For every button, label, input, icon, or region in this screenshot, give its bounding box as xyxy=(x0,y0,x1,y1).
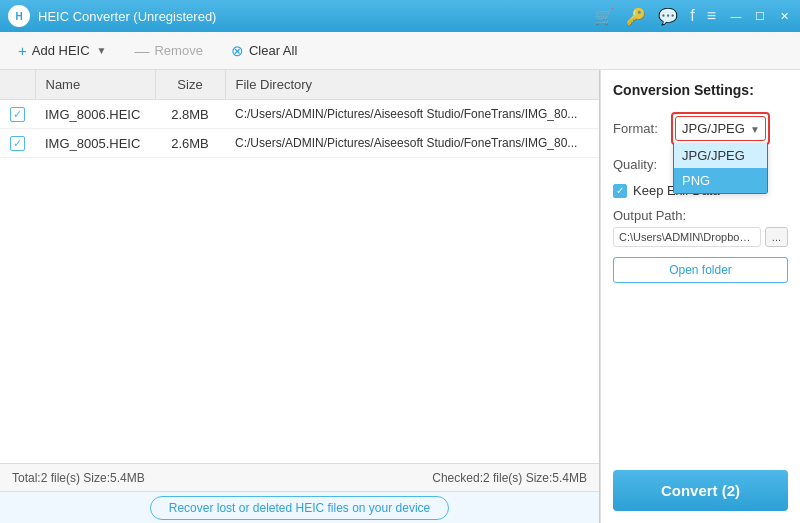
table-header-row: Name Size File Directory xyxy=(0,70,599,100)
row2-check-cell[interactable]: ✓ xyxy=(0,129,35,158)
row1-size: 2.8MB xyxy=(155,100,225,129)
window-controls: 🛒 🔑 💬 f ≡ — ☐ ✕ xyxy=(590,5,792,28)
table-header-directory: File Directory xyxy=(225,70,599,100)
maximize-button[interactable]: ☐ xyxy=(752,8,768,24)
row1-checkbox[interactable]: ✓ xyxy=(10,107,25,122)
spacer xyxy=(613,293,788,460)
browse-button[interactable]: ... xyxy=(765,227,788,247)
row1-name: IMG_8006.HEIC xyxy=(35,100,155,129)
output-path-row: C:\Users\ADMIN\Dropbox\PC\ ... xyxy=(613,227,788,247)
logo-text: H xyxy=(15,11,22,22)
format-row: Format: JPG/JPEG PNG ▼ JPG/JPEG PNG xyxy=(613,112,788,145)
add-heic-label: Add HEIC xyxy=(32,43,90,58)
row1-path: C:/Users/ADMIN/Pictures/Aiseesoft Studio… xyxy=(225,100,599,129)
file-panel: Name Size File Directory ✓ IMG_8006.HEIC… xyxy=(0,70,600,523)
clear-all-label: Clear All xyxy=(249,43,297,58)
chat-icon[interactable]: 💬 xyxy=(654,5,682,28)
format-label: Format: xyxy=(613,121,665,136)
output-path-label: Output Path: xyxy=(613,208,788,223)
title-bar: H HEIC Converter (Unregistered) 🛒 🔑 💬 f … xyxy=(0,0,800,32)
app-logo: H xyxy=(8,5,30,27)
open-folder-button[interactable]: Open folder xyxy=(613,257,788,283)
format-dropdown-container: JPG/JPEG PNG ▼ xyxy=(675,116,766,141)
menu-icon[interactable]: ≡ xyxy=(703,5,720,27)
row2-name: IMG_8005.HEIC xyxy=(35,129,155,158)
dropdown-item-png[interactable]: PNG xyxy=(674,168,767,193)
row2-path: C:/Users/ADMIN/Pictures/Aiseesoft Studio… xyxy=(225,129,599,158)
facebook-icon[interactable]: f xyxy=(686,5,698,27)
remove-icon: — xyxy=(134,42,149,59)
add-icon: + xyxy=(18,42,27,59)
format-dropdown-highlight: JPG/JPEG PNG ▼ JPG/JPEG PNG xyxy=(671,112,770,145)
format-select[interactable]: JPG/JPEG PNG xyxy=(675,116,766,141)
main-layout: Name Size File Directory ✓ IMG_8006.HEIC… xyxy=(0,70,800,523)
dropdown-item-jpg[interactable]: JPG/JPEG xyxy=(674,143,767,168)
table-header-check xyxy=(0,70,35,100)
format-dropdown-open: JPG/JPEG PNG xyxy=(673,143,768,194)
bottom-section: Total:2 file(s) Size:5.4MB Checked:2 fil… xyxy=(0,463,599,523)
status-right: Checked:2 file(s) Size:5.4MB xyxy=(432,471,587,485)
exif-checkbox[interactable]: ✓ xyxy=(613,184,627,198)
output-path-box: C:\Users\ADMIN\Dropbox\PC\ xyxy=(613,227,761,247)
convert-button[interactable]: Convert (2) xyxy=(613,470,788,511)
settings-panel: Conversion Settings: Format: JPG/JPEG PN… xyxy=(600,70,800,523)
key-icon[interactable]: 🔑 xyxy=(622,5,650,28)
remove-button[interactable]: — Remove xyxy=(128,38,208,63)
row2-checkbox[interactable]: ✓ xyxy=(10,136,25,151)
app-title: HEIC Converter (Unregistered) xyxy=(38,9,590,24)
file-table: Name Size File Directory ✓ IMG_8006.HEIC… xyxy=(0,70,599,158)
toolbar: + Add HEIC ▼ — Remove ⊗ Clear All xyxy=(0,32,800,70)
file-table-area: Name Size File Directory ✓ IMG_8006.HEIC… xyxy=(0,70,599,463)
table-header-size: Size xyxy=(155,70,225,100)
minimize-button[interactable]: — xyxy=(728,8,744,24)
row1-check-cell[interactable]: ✓ xyxy=(0,100,35,129)
add-heic-button[interactable]: + Add HEIC ▼ xyxy=(12,38,112,63)
quality-label: Quality: xyxy=(613,157,665,172)
settings-title: Conversion Settings: xyxy=(613,82,788,98)
close-button[interactable]: ✕ xyxy=(776,8,792,24)
table-row: ✓ IMG_8005.HEIC 2.6MB C:/Users/ADMIN/Pic… xyxy=(0,129,599,158)
status-bar: Total:2 file(s) Size:5.4MB Checked:2 fil… xyxy=(0,463,599,491)
output-section: Output Path: C:\Users\ADMIN\Dropbox\PC\ … xyxy=(613,208,788,247)
clear-icon: ⊗ xyxy=(231,42,244,60)
recovery-bar: Recover lost or deleted HEIC files on yo… xyxy=(0,491,599,523)
remove-label: Remove xyxy=(154,43,202,58)
add-dropdown-arrow[interactable]: ▼ xyxy=(97,45,107,56)
cart-icon[interactable]: 🛒 xyxy=(590,5,618,28)
table-header-name: Name xyxy=(35,70,155,100)
row2-size: 2.6MB xyxy=(155,129,225,158)
table-row: ✓ IMG_8006.HEIC 2.8MB C:/Users/ADMIN/Pic… xyxy=(0,100,599,129)
recovery-link[interactable]: Recover lost or deleted HEIC files on yo… xyxy=(150,496,449,520)
clear-all-button[interactable]: ⊗ Clear All xyxy=(225,38,303,64)
status-left: Total:2 file(s) Size:5.4MB xyxy=(12,471,145,485)
